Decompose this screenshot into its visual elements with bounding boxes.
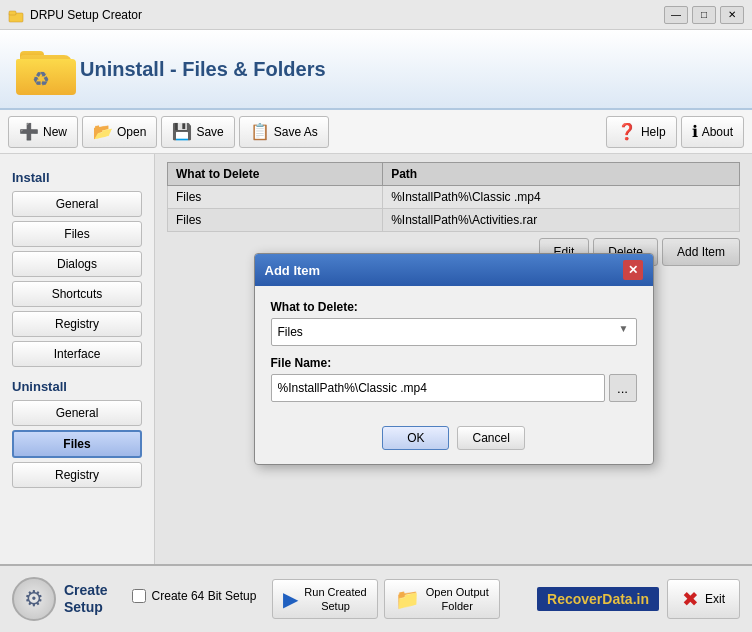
browse-button[interactable]: ... (609, 374, 637, 402)
folder-icon: 📁 (395, 587, 420, 611)
toolbar-right: ❓ Help ℹ About (606, 116, 744, 148)
dialog-title: Add Item (265, 263, 321, 278)
about-icon: ℹ (692, 122, 698, 141)
open-icon: 📂 (93, 122, 113, 141)
app-logo-icon: ♻ (16, 43, 80, 95)
run-created-setup-label: Run CreatedSetup (304, 585, 366, 614)
svg-rect-1 (9, 11, 16, 15)
new-icon: ➕ (19, 122, 39, 141)
page-title: Uninstall - Files & Folders (80, 58, 326, 81)
help-button[interactable]: ❓ Help (606, 116, 677, 148)
maximize-button[interactable]: □ (692, 6, 716, 24)
create-64bit-checkbox[interactable] (132, 589, 146, 603)
sidebar-item-interface[interactable]: Interface (12, 341, 142, 367)
create-setup-icon: ⚙ (12, 577, 56, 621)
sidebar-item-registry-uninstall[interactable]: Registry (12, 462, 142, 488)
bottom-bar: ⚙ Create Setup Create 64 Bit Setup ▶ Run… (0, 564, 752, 632)
sidebar-item-shortcuts[interactable]: Shortcuts (12, 281, 142, 307)
recover-data-badge: RecoverData.in (537, 587, 659, 611)
dialog-titlebar: Add Item ✕ (255, 254, 653, 286)
window-controls[interactable]: — □ ✕ (664, 6, 744, 24)
main-layout: Install General Files Dialogs Shortcuts … (0, 154, 752, 564)
save-icon: 💾 (172, 122, 192, 141)
recover-suffix: .in (633, 591, 649, 607)
open-output-label: Open OutputFolder (426, 585, 489, 614)
file-name-input[interactable] (271, 374, 605, 402)
cancel-button[interactable]: Cancel (457, 426, 524, 450)
open-button[interactable]: 📂 Open (82, 116, 157, 148)
app-icon (8, 7, 24, 23)
minimize-button[interactable]: — (664, 6, 688, 24)
about-button[interactable]: ℹ About (681, 116, 744, 148)
what-to-delete-select[interactable]: Files (271, 318, 637, 346)
save-button[interactable]: 💾 Save (161, 116, 234, 148)
header: ♻ Uninstall - Files & Folders (0, 30, 752, 110)
titlebar: DRPU Setup Creator — □ ✕ (0, 0, 752, 30)
modal-overlay: Add Item ✕ What to Delete: Files File Na… (155, 154, 752, 564)
file-name-row: ... (271, 374, 637, 402)
file-name-label: File Name: (271, 356, 637, 370)
play-icon: ▶ (283, 587, 298, 611)
create-64bit-label: Create 64 Bit Setup (152, 589, 257, 603)
dialog-body: What to Delete: Files File Name: ... (255, 286, 653, 416)
sidebar-item-files-uninstall[interactable]: Files (12, 430, 142, 458)
open-output-folder-button[interactable]: 📁 Open OutputFolder (384, 579, 500, 619)
exit-button[interactable]: ✖ Exit (667, 579, 740, 619)
sidebar-item-dialogs[interactable]: Dialogs (12, 251, 142, 277)
sidebar-item-general-install[interactable]: General (12, 191, 142, 217)
sidebar: Install General Files Dialogs Shortcuts … (0, 154, 155, 564)
what-to-delete-select-wrapper: Files (271, 318, 637, 356)
content-area: What to Delete Path Files %InstallPath%\… (155, 154, 752, 564)
ok-button[interactable]: OK (382, 426, 449, 450)
window-title: DRPU Setup Creator (30, 8, 664, 22)
create-64bit-row: Create 64 Bit Setup (132, 589, 257, 603)
run-created-setup-button[interactable]: ▶ Run CreatedSetup (272, 579, 377, 619)
create-setup-label: Create Setup (64, 582, 108, 616)
dialog-footer: OK Cancel (255, 416, 653, 464)
exit-icon: ✖ (682, 587, 699, 611)
uninstall-section-title: Uninstall (12, 379, 142, 394)
close-button[interactable]: ✕ (720, 6, 744, 24)
sidebar-item-files-install[interactable]: Files (12, 221, 142, 247)
save-as-button[interactable]: 📋 Save As (239, 116, 329, 148)
save-as-icon: 📋 (250, 122, 270, 141)
add-item-dialog: Add Item ✕ What to Delete: Files File Na… (254, 253, 654, 465)
dialog-close-button[interactable]: ✕ (623, 260, 643, 280)
recover-data-text: RecoverData (547, 591, 633, 607)
what-to-delete-label: What to Delete: (271, 300, 637, 314)
new-button[interactable]: ➕ New (8, 116, 78, 148)
help-icon: ❓ (617, 122, 637, 141)
install-section-title: Install (12, 170, 142, 185)
sidebar-item-general-uninstall[interactable]: General (12, 400, 142, 426)
toolbar: ➕ New 📂 Open 💾 Save 📋 Save As ❓ Help ℹ A… (0, 110, 752, 154)
sidebar-item-registry-install[interactable]: Registry (12, 311, 142, 337)
